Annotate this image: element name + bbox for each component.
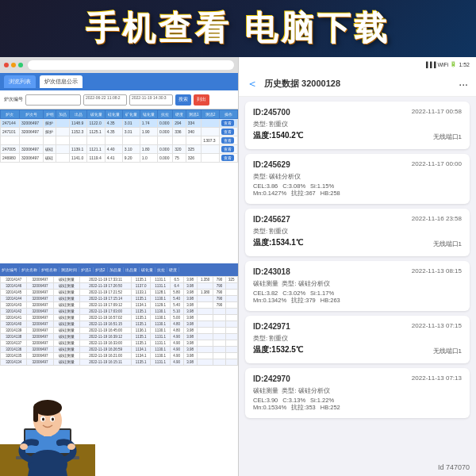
table-row[interactable]: 3201413932006497碳硅测量2022-11-19 16:45:00 … xyxy=(1,328,238,334)
record-detail: CEL:3.90C:3.13%Si:1.22% xyxy=(253,397,462,404)
col-hardness: 硬度 xyxy=(173,110,186,119)
mobile-status-bar: ▐▐▐ WiFi 🔋 1:52 xyxy=(239,57,476,71)
url-bar[interactable] xyxy=(28,60,234,70)
table-row[interactable]: 3201414232006497碳硅测量2022-11-19 17:03:00 … xyxy=(1,309,238,315)
record-card-245629[interactable]: ID:245629 2022-11-17 00:00 类型: 碳硅分析仪 CEL… xyxy=(245,154,470,204)
record-date: 2022-11-13 07:15 xyxy=(412,322,462,329)
record-date: 2022-11-13 07:13 xyxy=(412,374,462,382)
browser-bar xyxy=(0,57,238,73)
banner-text: 手机查看 电脑下载 xyxy=(86,6,390,51)
sp-col-no: 炉次名称 xyxy=(20,267,40,272)
record-id: ID:242971 xyxy=(253,322,290,331)
svg-point-14 xyxy=(67,443,75,450)
col-carbon: 碳化量 xyxy=(87,110,105,119)
col-action: 操作 xyxy=(219,110,237,119)
col-ore: 矿化量 xyxy=(122,110,140,119)
tab-info[interactable]: 炉次信息公示 xyxy=(40,75,83,88)
record-date: 2022-11-16 23:58 xyxy=(412,215,462,222)
search-bar: 炉次编号 2022-06-22 11:08:2 2022-11-19 14:30… xyxy=(0,90,238,109)
tab-list[interactable]: 浏览列表 xyxy=(4,75,36,88)
sp-col-add: 加品量 xyxy=(108,267,124,272)
sp-col-resist: 抗拉 xyxy=(155,267,167,272)
sp-col-out: 出品量 xyxy=(124,267,140,272)
record-card-242971[interactable]: ID:242971 2022-11-13 07:15 类型: 割重仪 温度:15… xyxy=(245,316,470,363)
close-dot xyxy=(4,63,9,67)
record-port: 无线端口1 xyxy=(433,240,462,248)
col-out: 出品 xyxy=(70,110,87,119)
table-row[interactable]: 3201413832006497碳硅测量2022-11-19 16:39:12 … xyxy=(1,334,238,340)
table-row[interactable]: 246980 32006497 碳硅 1141.0 1119.4 4.41 9.… xyxy=(1,154,238,163)
date-from-input[interactable]: 2022-06-22 11:08:2 xyxy=(83,94,127,106)
more-options-button[interactable]: ··· xyxy=(459,78,468,90)
record-id: ID:245629 xyxy=(253,160,290,169)
record-id: ID:245700 xyxy=(253,108,290,117)
table-row[interactable]: 3201414032006497碳硅测量2022-11-19 16:51:15 … xyxy=(1,321,238,328)
table-row[interactable]: 3201413632006497碳硅测量2022-11-19 16:26:59 … xyxy=(1,347,238,353)
col-silicon: 硅化量 xyxy=(105,110,122,119)
record-card-242970[interactable]: ID:242970 2022-11-13 07:13 碳硅测量 类型: 碳硅分析… xyxy=(245,368,470,418)
table-row[interactable]: 3201414132006497碳硅测量2022-11-19 16:57:02 … xyxy=(1,315,238,321)
col-temp1: 测温1 xyxy=(186,110,202,119)
col-temp2: 测温2 xyxy=(202,110,219,119)
back-button[interactable]: ＜ xyxy=(247,77,258,91)
time-display: 1:52 xyxy=(459,62,470,67)
status-icons: ▐▐▐ WiFi 🔋 1:52 xyxy=(424,61,470,67)
mobile-page-title: 历史数据 32000128 xyxy=(264,78,340,90)
record-type: 碳硅测量 类型: 碳硅分析仪 xyxy=(253,279,462,288)
sp-col-group: 炉组名称 xyxy=(40,267,60,272)
table-row[interactable]: 3201413432006497碳硅测量2022-11-19 16:15:11 … xyxy=(1,359,238,366)
record-card-245700[interactable]: ID:245700 2022-11-17 00:58 类型: 割重仪 温度:15… xyxy=(245,102,470,149)
sp-col-t2: 炉温2 xyxy=(94,267,108,272)
record-id: ID:242970 xyxy=(253,374,290,383)
sp-col-time: 测温时间 xyxy=(60,267,79,272)
record-card-243018[interactable]: ID:243018 2022-11-13 08:15 碳硅测量 类型: 碳硅分析… xyxy=(245,261,470,311)
signal-icon: ▐▐▐ xyxy=(424,62,436,67)
right-panel: ▐▐▐ WiFi 🔋 1:52 ＜ 历史数据 32000128 ··· ID:2… xyxy=(238,57,476,476)
person-image xyxy=(0,373,95,476)
spreadsheet-header: 炉次编号 炉次名称 炉组名称 测温时间 炉温1 炉温2 加品量 出品量 碳化量 … xyxy=(0,263,238,276)
svg-point-12 xyxy=(52,418,54,421)
col-group: 炉组 xyxy=(43,110,56,119)
table-row[interactable]: 3201414532006497碳硅测量2022-11-19 17:21:52 … xyxy=(1,290,238,296)
mobile-nav-bar: ＜ 历史数据 32000128 ··· xyxy=(239,71,476,97)
mobile-content: ID:245700 2022-11-17 00:58 类型: 割重仪 温度:15… xyxy=(239,97,476,476)
record-type: 类型: 割重仪 xyxy=(253,334,462,343)
record-type: 碳硅测量 类型: 碳硅分析仪 xyxy=(253,386,462,395)
min-dot xyxy=(11,63,16,67)
col-add: 加品 xyxy=(56,110,70,119)
toolbar: 浏览列表 炉次信息公示 xyxy=(0,73,238,90)
table-row[interactable]: 247005 32006497 碳硅 1139.1 1121.1 4.40 3.… xyxy=(1,145,238,154)
table-row[interactable]: 1307.3 查看 xyxy=(1,136,238,145)
record-header: ID:242971 2022-11-13 07:15 xyxy=(253,322,462,331)
sp-col-id: 炉次编号 xyxy=(0,267,20,272)
furnace-group-input[interactable] xyxy=(25,94,81,106)
svg-rect-8 xyxy=(33,408,38,422)
date-to-input[interactable]: 2022-11-19 14:30:3 xyxy=(129,94,173,106)
data-table: 炉次 炉次号 炉组 加品 出品 碳化量 硅化量 矿化量 锰化量 抗拉 硬度 测温… xyxy=(0,109,238,163)
table-row[interactable]: 3201414732006497碳硅测量2022-11-19 17:33:11 … xyxy=(1,277,238,283)
spreadsheet-table: 3201414732006497碳硅测量2022-11-19 17:33:11 … xyxy=(0,276,238,366)
table-row[interactable]: 247101 32006497 探炉 1152.3 1125.1 4.35 3.… xyxy=(1,128,238,136)
record-temperature: 温度:1532.5℃ xyxy=(253,344,303,355)
table-row[interactable]: 3201414332006497碳硅测量2022-11-19 17:09:12 … xyxy=(1,302,238,309)
left-panel: 浏览列表 炉次信息公示 炉次编号 2022-06-22 11:08:2 2022… xyxy=(0,57,238,476)
table-row[interactable]: 3201413732006497碳硅测量2022-11-19 16:33:00 … xyxy=(1,340,238,347)
table-row[interactable]: 3201414632006497碳硅测量2022-11-19 17:26:50 … xyxy=(1,283,238,290)
record-card-245627[interactable]: ID:245627 2022-11-16 23:58 类型: 割重仪 温度:15… xyxy=(245,209,470,256)
record-temperature: 温度:1534.1℃ xyxy=(253,237,303,248)
table-row[interactable]: 247144 32006497 探炉 1148.9 1122.0 4.35 3.… xyxy=(1,119,238,128)
record-port: 无线端口1 xyxy=(433,347,462,355)
col-furnace-no: 炉次号 xyxy=(19,110,43,119)
battery-icon: 🔋 xyxy=(450,61,457,67)
record-header: ID:245700 2022-11-17 00:58 xyxy=(253,108,462,117)
table-row[interactable]: 3201413532006497碳硅测量2022-11-19 16:21:00 … xyxy=(1,353,238,359)
top-banner: 手机查看 电脑下载 xyxy=(0,0,476,57)
table-row[interactable]: 3201414432006497碳硅测量2022-11-19 17:15:14 … xyxy=(1,296,238,302)
col-resist: 抗拉 xyxy=(157,110,172,119)
record-header: ID:243018 2022-11-13 08:15 xyxy=(253,267,462,276)
left-top-section: 浏览列表 炉次信息公示 炉次编号 2022-06-22 11:08:2 2022… xyxy=(0,57,238,263)
sp-col-t1: 炉温1 xyxy=(79,267,94,272)
search-button[interactable]: 搜索 xyxy=(175,94,191,106)
record-header: ID:245627 2022-11-16 23:58 xyxy=(253,215,462,224)
export-button[interactable]: 到出 xyxy=(194,94,209,106)
